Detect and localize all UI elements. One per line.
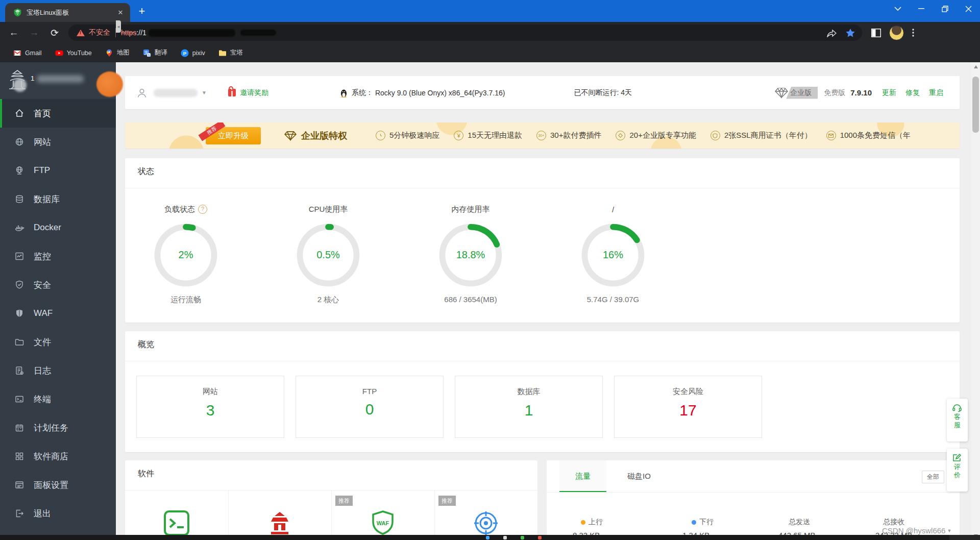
tab-search-icon[interactable]	[886, 0, 910, 17]
bookmark-translate[interactable]: 文G 翻译	[143, 48, 167, 57]
back-icon[interactable]: ←	[7, 27, 20, 38]
tab-traffic[interactable]: 流量	[559, 460, 606, 492]
taskbar-icon[interactable]	[521, 536, 524, 539]
not-secure-warning-icon[interactable]	[77, 30, 85, 36]
upgrade-now-button[interactable]: 推荐 立即升级	[206, 127, 261, 144]
invite-reward-link[interactable]: 邀请奖励	[240, 88, 268, 97]
refund-icon: ¥	[454, 131, 463, 140]
windows-taskbar-edge[interactable]	[0, 535, 980, 540]
gauge-disk-root[interactable]: / 16% 5.74G / 39.07G	[557, 203, 669, 304]
window-close-button[interactable]	[957, 0, 980, 17]
bookmark-maps[interactable]: 地图	[105, 48, 130, 57]
share-icon[interactable]	[827, 29, 837, 37]
taskbar-icon[interactable]	[503, 536, 507, 539]
sidebar-item-appstore[interactable]: 软件商店	[0, 442, 116, 471]
overview-box-value: 0	[296, 401, 443, 418]
not-secure-label[interactable]: 不安全	[89, 28, 110, 37]
restart-link[interactable]: 重启	[929, 88, 943, 97]
divider	[125, 188, 960, 188]
scroll-up-icon[interactable]	[971, 62, 980, 71]
repair-link[interactable]: 修复	[905, 88, 920, 97]
column-divider	[228, 490, 229, 535]
profile-avatar[interactable]	[889, 26, 904, 40]
baota-app-icon[interactable]	[267, 510, 292, 535]
scrollbar-thumb[interactable]	[972, 77, 979, 133]
reload-icon[interactable]: ⟳	[48, 27, 61, 39]
taskbar-icon[interactable]	[538, 536, 542, 539]
help-icon[interactable]: ?	[198, 205, 207, 214]
waf-app-icon[interactable]: WAF	[370, 510, 396, 535]
tab-disk-io[interactable]: 磁盘IO	[616, 460, 663, 492]
all-button[interactable]: 全部	[922, 471, 944, 483]
overview-box-database[interactable]: 数据库 1	[455, 376, 603, 438]
url-redaction-block	[149, 29, 235, 37]
legend-upstream[interactable]: 上行	[581, 518, 603, 527]
address-bar[interactable]: 不安全 https ://1	[68, 24, 862, 41]
taskbar-icon[interactable]	[486, 536, 489, 539]
bookmark-gmail[interactable]: Gmail	[13, 49, 42, 57]
sidebar-item-security[interactable]: 安全	[0, 271, 116, 299]
sidebar-item-settings[interactable]: 面板设置	[0, 471, 116, 499]
sidebar-item-label: 首页	[34, 108, 51, 119]
browser-tab-bar: 宝塔Linux面板 ✕ +	[0, 0, 980, 22]
gauge-value: 0.5%	[296, 249, 361, 261]
chevron-down-icon[interactable]: ▼	[202, 90, 207, 95]
user-icon[interactable]	[136, 87, 148, 99]
banner-feature: 30+ 30+款付费插件	[536, 131, 601, 140]
overview-title: 概览	[138, 339, 154, 350]
logo-blur-overlay	[13, 79, 27, 92]
new-tab-button[interactable]: +	[135, 5, 149, 19]
window-minimize-button[interactable]	[910, 0, 933, 17]
overview-box-ftp[interactable]: FTP 0	[296, 376, 444, 438]
bookmark-star-icon[interactable]	[846, 29, 855, 37]
bookmark-youtube[interactable]: YouTube	[55, 49, 92, 57]
update-link[interactable]: 更新	[882, 88, 896, 97]
gauge-memory[interactable]: 内存使用率 18.8% 686 / 3654(MB)	[414, 203, 527, 304]
sidebar-collapse-handle[interactable]: ◂	[116, 20, 121, 33]
sidebar-item-docker[interactable]: Docker	[0, 213, 116, 242]
sidebar-item-database[interactable]: 数据库	[0, 185, 116, 213]
overview-box-label: 网站	[137, 387, 284, 397]
side-panel-icon[interactable]	[871, 29, 881, 37]
recommend-badge: 推荐	[335, 496, 353, 506]
bookmark-pixiv[interactable]: P pixiv	[181, 49, 205, 57]
downstream-dot	[692, 520, 696, 525]
overview-box-website[interactable]: 网站 3	[136, 376, 284, 438]
enterprise-badge[interactable]: 企业版	[786, 87, 818, 99]
gauge-load[interactable]: 负载状态? 2% 运行流畅	[130, 203, 242, 305]
taskbar-tray[interactable]	[949, 535, 980, 540]
sidebar-item-ftp[interactable]: FTP	[0, 156, 116, 185]
browser-tab[interactable]: 宝塔Linux面板 ✕	[5, 3, 130, 22]
tab-close-icon[interactable]: ✕	[116, 8, 125, 17]
browser-menu-icon[interactable]	[912, 29, 914, 37]
customer-service-button[interactable]: 客服	[947, 399, 968, 441]
gauge-cpu[interactable]: CPU使用率 0.5% 2 核心	[272, 203, 384, 305]
downstream-value: 1.34 KB	[682, 531, 709, 535]
sidebar-logo-row[interactable]: 1	[0, 62, 116, 99]
username-redaction[interactable]	[154, 89, 198, 97]
sidebar-item-files[interactable]: 文件	[0, 328, 116, 356]
legend-downstream[interactable]: 下行	[692, 518, 714, 527]
overview-box-security-risk[interactable]: 安全风险 17	[614, 376, 762, 438]
edition-label: 免费版	[824, 88, 845, 97]
sidebar-item-waf[interactable]: WAF	[0, 299, 116, 328]
sidebar-item-logout[interactable]: 退出	[0, 499, 116, 528]
forward-icon[interactable]: →	[28, 27, 41, 38]
window-restore-button[interactable]	[933, 0, 957, 17]
sidebar-item-logs[interactable]: 日志	[0, 356, 116, 385]
bookmark-baota-folder[interactable]: 宝塔	[218, 48, 243, 57]
terminal-app-icon[interactable]	[164, 510, 189, 535]
sidebar-item-home[interactable]: 首页	[0, 99, 116, 128]
review-button[interactable]: 评价	[947, 449, 968, 492]
sidebar-item-monitor[interactable]: 监控	[0, 242, 116, 271]
sidebar-item-website[interactable]: 网站	[0, 128, 116, 156]
maps-pin-icon	[105, 49, 113, 57]
gauge-value: 2%	[153, 249, 218, 261]
pixiv-icon: P	[181, 49, 189, 57]
edit-icon	[953, 454, 961, 462]
sidebar-item-terminal[interactable]: 终端	[0, 385, 116, 413]
upstream-value: 8.33 KB	[573, 531, 600, 535]
page-scrollbar[interactable]	[971, 62, 980, 540]
sidebar-item-cron[interactable]: 计划任务	[0, 413, 116, 442]
monitor-report-app-icon[interactable]	[473, 510, 499, 535]
